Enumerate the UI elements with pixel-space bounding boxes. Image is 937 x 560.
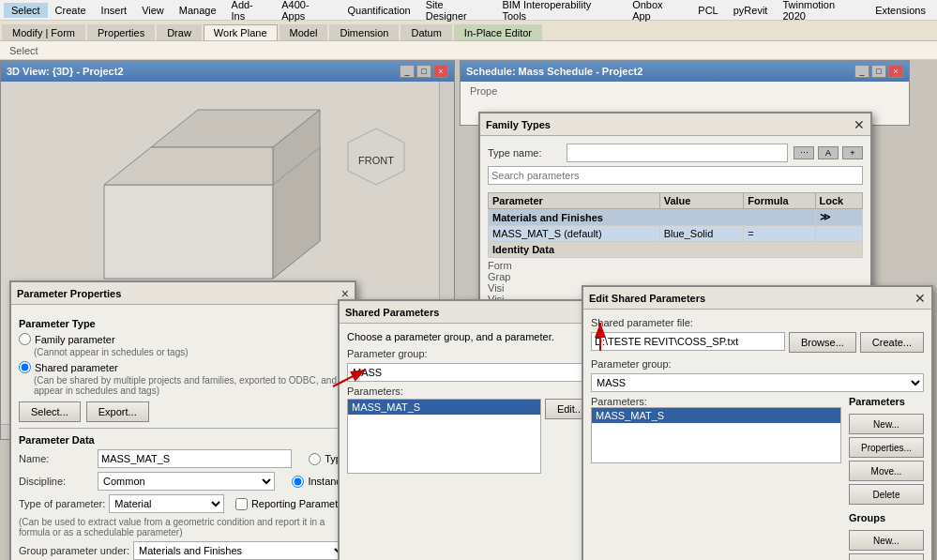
browse-btn[interactable]: Browse... bbox=[789, 332, 856, 353]
tab-properties[interactable]: Properties bbox=[87, 24, 155, 40]
tab-model[interactable]: Model bbox=[280, 24, 328, 40]
edit-param-group-select[interactable]: MASS bbox=[591, 373, 924, 392]
shared-file-row: Shared parameter file: bbox=[591, 317, 924, 328]
tab-modify-form[interactable]: Modify | Form bbox=[2, 24, 85, 40]
edit-two-col: Parameters: MASS_MAT_S Parameters New...… bbox=[591, 396, 924, 505]
menu-site[interactable]: Site Designer bbox=[418, 0, 495, 23]
instance-radio[interactable] bbox=[292, 476, 304, 488]
discipline-select[interactable]: Common bbox=[98, 472, 275, 491]
group-identity-row: Identity Data bbox=[489, 242, 863, 258]
group-param-select[interactable]: Materials and Finishes bbox=[133, 541, 347, 560]
export-btn[interactable]: Export... bbox=[86, 401, 149, 422]
dialog-family-close[interactable]: ✕ bbox=[854, 117, 865, 132]
menu-onbox[interactable]: Onbox App bbox=[625, 0, 690, 23]
toolbar: Select bbox=[0, 41, 937, 60]
window-schedule-titlebar: Schedule: Mass Schedule - Project2 _ □ × bbox=[461, 61, 909, 82]
menu-view[interactable]: View bbox=[134, 3, 172, 18]
search-params-input[interactable] bbox=[488, 166, 863, 185]
param-formula-cell: = bbox=[744, 226, 815, 242]
group-param-row: Group parameter under: Materials and Fin… bbox=[19, 541, 347, 560]
shared-instruction: Choose a parameter group, and a paramete… bbox=[347, 331, 596, 342]
menu-insert[interactable]: Insert bbox=[94, 3, 135, 18]
shared-file-label: Shared parameter file: bbox=[591, 317, 703, 328]
window-3d-close[interactable]: × bbox=[433, 65, 448, 78]
menu-create[interactable]: Create bbox=[48, 3, 94, 18]
edit-parameters-listbox[interactable]: MASS_MAT_S bbox=[591, 407, 841, 463]
family-param-label: Family parameter bbox=[35, 334, 115, 345]
partial-grap: Grap bbox=[488, 271, 863, 282]
edit-param-item[interactable]: MASS_MAT_S bbox=[592, 408, 840, 423]
menu-extensions[interactable]: Extensions bbox=[868, 3, 933, 18]
mass-mat-row[interactable]: MASS_MAT_S (default) Blue_Solid = bbox=[489, 226, 863, 242]
create-btn[interactable]: Create... bbox=[860, 332, 924, 353]
select-export-row: Select... Export... bbox=[19, 401, 347, 422]
param-item-mass-mat-s[interactable]: MASS_MAT_S bbox=[348, 400, 540, 415]
type-name-btn1[interactable]: ⋯ bbox=[793, 146, 814, 159]
select-btn[interactable]: Select... bbox=[19, 401, 81, 422]
col-lock: Lock bbox=[815, 193, 862, 209]
edit-groups-list-col bbox=[591, 512, 841, 560]
edit-delete-btn1[interactable]: Delete bbox=[849, 484, 924, 505]
menu-select[interactable]: Select bbox=[4, 3, 48, 18]
name-input[interactable] bbox=[98, 449, 292, 468]
tab-draw[interactable]: Draw bbox=[157, 24, 202, 40]
toolbar-select: Select bbox=[4, 44, 44, 57]
discipline-label: Discipline: bbox=[19, 476, 94, 487]
menu-bim[interactable]: BIM Interoperability Tools bbox=[494, 0, 625, 23]
parameters-label: Parameters: bbox=[347, 386, 596, 397]
edit-new-btn1[interactable]: New... bbox=[849, 414, 924, 434]
type-name-row: Type name: ⋯ A + bbox=[488, 144, 863, 162]
schedule-prope-label: Prope bbox=[464, 83, 503, 98]
param-type-radio-group: Family parameter (Cannot appear in sched… bbox=[19, 333, 347, 398]
param-value-cell: Blue_Solid bbox=[659, 226, 744, 242]
param-name-cell: MASS_MAT_S (default) bbox=[489, 226, 660, 242]
window-schedule-maximize[interactable]: □ bbox=[871, 65, 886, 78]
reporting-checkbox[interactable] bbox=[235, 498, 248, 510]
edit-properties-btn[interactable]: Properties... bbox=[849, 437, 924, 458]
tab-datum[interactable]: Datum bbox=[400, 24, 451, 40]
discipline-row: Discipline: Common Instance bbox=[19, 472, 347, 491]
dialog-edit-shared-content: Shared parameter file: Browse... Create.… bbox=[583, 310, 931, 560]
parameters-listbox[interactable]: MASS_MAT_S bbox=[347, 399, 541, 474]
params-section-label: Parameters bbox=[849, 396, 924, 407]
col-parameter: Parameter bbox=[489, 193, 660, 209]
window-schedule-close[interactable]: × bbox=[888, 65, 903, 78]
window-3d-maximize[interactable]: □ bbox=[416, 65, 431, 78]
edit-rename-btn[interactable]: Rename... bbox=[849, 553, 924, 560]
menu-manage[interactable]: Manage bbox=[172, 3, 224, 18]
param-group-select[interactable]: MASS bbox=[347, 363, 596, 382]
edit-new-btn2[interactable]: New... bbox=[849, 530, 924, 551]
window-3d-minimize[interactable]: _ bbox=[400, 65, 415, 78]
edit-params-col: Parameters: MASS_MAT_S bbox=[591, 396, 841, 505]
menu-a400[interactable]: A400-Apps bbox=[274, 0, 340, 23]
menu-quant[interactable]: Quantification bbox=[340, 3, 417, 18]
dialog-shared-title: Shared Parameters bbox=[345, 307, 439, 318]
type-of-param-select[interactable]: Material bbox=[109, 494, 224, 513]
dialog-shared-content: Choose a parameter group, and a paramete… bbox=[340, 324, 603, 560]
group-materials-row: Materials and Finishes ≫ bbox=[489, 209, 863, 226]
dialog-param-props: Parameter Properties × Parameter Type Fa… bbox=[9, 280, 356, 560]
type-name-input[interactable] bbox=[567, 144, 788, 162]
tab-workplane[interactable]: Work Plane bbox=[204, 24, 278, 40]
menu-twinmotion[interactable]: Twinmotion 2020 bbox=[775, 0, 868, 23]
dialog-param-titlebar: Parameter Properties × bbox=[11, 282, 355, 305]
window-schedule-minimize[interactable]: _ bbox=[854, 65, 869, 78]
tab-inplace[interactable]: In-Place Editor bbox=[454, 24, 542, 40]
family-param-radio[interactable] bbox=[19, 333, 31, 345]
tab-dimension[interactable]: Dimension bbox=[329, 24, 399, 40]
menu-pyrevit[interactable]: pyRevit bbox=[726, 3, 776, 18]
menu-addins[interactable]: Add-Ins bbox=[224, 0, 275, 23]
edit-move-btn[interactable]: Move... bbox=[849, 461, 924, 481]
group-materials-icon: ≫ bbox=[815, 209, 862, 226]
group-identity-label: Identity Data bbox=[489, 242, 863, 258]
shared-file-input[interactable] bbox=[591, 332, 785, 351]
type-name-btn3[interactable]: + bbox=[842, 146, 863, 159]
dialog-family-titlebar: Family Types ✕ bbox=[480, 114, 870, 136]
type-radio[interactable] bbox=[309, 453, 321, 465]
type-name-btn2[interactable]: A bbox=[818, 146, 839, 159]
dialog-edit-shared-close[interactable]: ✕ bbox=[914, 291, 926, 306]
shared-param-radio[interactable] bbox=[19, 361, 31, 373]
schedule-partial-content: Prope bbox=[461, 82, 909, 100]
menu-pcl[interactable]: PCL bbox=[690, 3, 725, 18]
edit-param-group-label: Parameter group: bbox=[591, 358, 672, 370]
